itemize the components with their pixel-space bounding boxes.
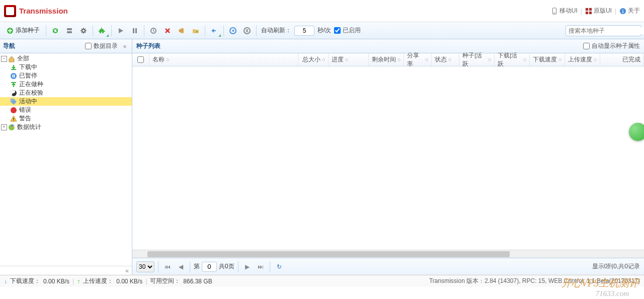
about-link[interactable]: i 关于 bbox=[619, 7, 640, 15]
speed-limit-button[interactable] bbox=[208, 25, 221, 37]
play-icon bbox=[118, 28, 124, 34]
upload-icon bbox=[10, 81, 17, 88]
svg-rect-27 bbox=[13, 120, 14, 121]
torrent-list: 名称◇ 总大小◇ 进度◇ 剩余时间◇ 分享率◇ 状态◇ 种子|活跃◇ 下载|活跃… bbox=[132, 53, 644, 275]
folder-move-icon bbox=[192, 27, 199, 34]
data-dir-check[interactable]: 数据目录 bbox=[85, 42, 118, 50]
reload-button[interactable]: ↻ bbox=[274, 261, 285, 272]
plugins-button[interactable] bbox=[96, 25, 109, 37]
col-seeds[interactable]: 种子|活跃◇ bbox=[459, 53, 495, 66]
col-dl-speed[interactable]: 下载速度◇ bbox=[530, 53, 565, 66]
pause-button[interactable] bbox=[128, 25, 141, 37]
version-text: Transmission 版本：2.84 (14307), RPC: 15, W… bbox=[429, 277, 640, 285]
horizontal-scrollbar[interactable] bbox=[132, 250, 644, 258]
queue-button[interactable] bbox=[240, 25, 254, 37]
tree-item-stats[interactable]: + 数据统计 bbox=[0, 123, 132, 131]
tree-item-warning[interactable]: 警告 bbox=[0, 114, 132, 123]
enabled-checkbox[interactable] bbox=[334, 27, 341, 34]
play-button[interactable] bbox=[114, 25, 127, 37]
col-progress[interactable]: 进度◇ bbox=[329, 53, 369, 66]
alt-speed-button[interactable] bbox=[226, 25, 239, 37]
svg-rect-5 bbox=[589, 11, 592, 14]
page-label-pre: 第 bbox=[194, 262, 200, 271]
col-ul-speed[interactable]: 上传速度◇ bbox=[565, 53, 600, 66]
svg-rect-4 bbox=[586, 11, 588, 14]
phone-icon bbox=[551, 8, 558, 15]
col-done[interactable]: 已完成 bbox=[600, 53, 644, 66]
svg-rect-22 bbox=[14, 74, 15, 78]
svg-point-11 bbox=[82, 29, 85, 32]
svg-point-16 bbox=[244, 28, 250, 34]
add-torrent-button[interactable]: 添加种子 bbox=[3, 25, 43, 37]
tree-item-downloading[interactable]: 下载中 bbox=[0, 63, 132, 71]
nav-panel-header: 导航 数据目录 « bbox=[0, 39, 132, 53]
prev-page-button[interactable]: ◀ bbox=[175, 261, 186, 272]
tree-item-verifying[interactable]: 正在校验 bbox=[0, 89, 132, 97]
nav-title: 导航 bbox=[3, 42, 15, 50]
svg-text:i: i bbox=[622, 8, 624, 14]
first-page-button[interactable]: ⏮ bbox=[162, 261, 173, 272]
reannounce-button[interactable] bbox=[175, 25, 188, 37]
col-size[interactable]: 总大小◇ bbox=[298, 53, 329, 66]
toolbar: 添加种子 自动刷新： 秒/次 已启用 bbox=[0, 22, 644, 39]
dl-label: 下载速度： bbox=[10, 277, 40, 285]
nav-collapse-footer[interactable]: « bbox=[0, 266, 132, 275]
auto-show-check[interactable]: 自动显示种子属性 bbox=[583, 42, 640, 50]
floating-action-button[interactable] bbox=[629, 123, 644, 141]
search-input[interactable] bbox=[569, 27, 644, 34]
server-icon bbox=[66, 27, 73, 34]
mobile-ui-link[interactable]: 移动UI bbox=[551, 7, 578, 15]
grid-body[interactable] bbox=[132, 66, 644, 250]
space-label: 可用空间： bbox=[150, 277, 180, 285]
original-ui-link[interactable]: 原版UI bbox=[585, 7, 612, 15]
col-status[interactable]: 状态◇ bbox=[432, 53, 459, 66]
remove-button[interactable] bbox=[161, 25, 174, 37]
svg-rect-13 bbox=[135, 28, 137, 33]
list-panel-header: 种子列表 自动显示种子属性 bbox=[132, 39, 644, 53]
panel-title-bar: 导航 数据目录 « 种子列表 自动显示种子属性 bbox=[0, 39, 644, 53]
enabled-check[interactable]: 已启用 bbox=[334, 26, 361, 35]
download-icon bbox=[10, 64, 17, 71]
expand-icon[interactable]: + bbox=[1, 124, 7, 130]
tree-item-active[interactable]: 活动中 bbox=[0, 97, 132, 106]
ul-value: 0.00 KB/s bbox=[116, 278, 142, 285]
last-page-button[interactable]: ⏭ bbox=[255, 261, 266, 272]
col-ratio[interactable]: 分享率◇ bbox=[404, 53, 432, 66]
dl-value: 0.00 KB/s bbox=[43, 278, 69, 285]
svg-point-24 bbox=[12, 100, 13, 101]
tree-item-paused[interactable]: 已暂停 bbox=[0, 71, 132, 80]
tree-item-all[interactable]: − 全部 bbox=[0, 54, 132, 63]
svg-rect-21 bbox=[13, 74, 14, 78]
col-checkbox[interactable] bbox=[132, 53, 149, 66]
svg-rect-3 bbox=[589, 8, 592, 10]
upload-arrow-icon: ↑ bbox=[77, 278, 80, 285]
auto-refresh-input[interactable] bbox=[294, 26, 314, 36]
expand-icon[interactable]: − bbox=[1, 56, 7, 62]
space-value: 866.38 GB bbox=[183, 278, 212, 285]
svg-rect-1 bbox=[553, 13, 555, 13]
col-remaining[interactable]: 剩余时间◇ bbox=[369, 53, 404, 66]
col-peers[interactable]: 下载|活跃◇ bbox=[495, 53, 530, 66]
svg-rect-2 bbox=[586, 8, 588, 10]
tree-item-seeding[interactable]: 正在做种 bbox=[0, 80, 132, 89]
pager: 30 ⏮ ◀ 第 共0页 ▶ ⏭ ↻ 显示0到0,共0记录 bbox=[132, 258, 644, 275]
settings-button[interactable] bbox=[77, 25, 90, 37]
pause-icon bbox=[132, 28, 138, 34]
page-size-select[interactable]: 30 bbox=[136, 261, 154, 272]
search-box[interactable] bbox=[566, 25, 641, 36]
col-name[interactable]: 名称◇ bbox=[149, 53, 298, 66]
start-all-button[interactable] bbox=[49, 25, 62, 37]
yinyang-icon bbox=[10, 90, 17, 97]
scrollbar-thumb[interactable] bbox=[147, 251, 510, 257]
ul-label: 上传速度： bbox=[83, 277, 113, 285]
warning-icon bbox=[10, 115, 17, 122]
svg-rect-26 bbox=[13, 118, 14, 120]
collapse-nav-icon[interactable]: « bbox=[121, 42, 129, 50]
tree-item-error[interactable]: 错误 bbox=[0, 106, 132, 114]
location-button[interactable] bbox=[189, 25, 202, 37]
verify-button[interactable] bbox=[147, 25, 160, 37]
next-page-button[interactable]: ▶ bbox=[242, 261, 253, 272]
server-button[interactable] bbox=[63, 25, 76, 37]
svg-rect-10 bbox=[67, 31, 72, 33]
page-input[interactable] bbox=[202, 262, 217, 272]
